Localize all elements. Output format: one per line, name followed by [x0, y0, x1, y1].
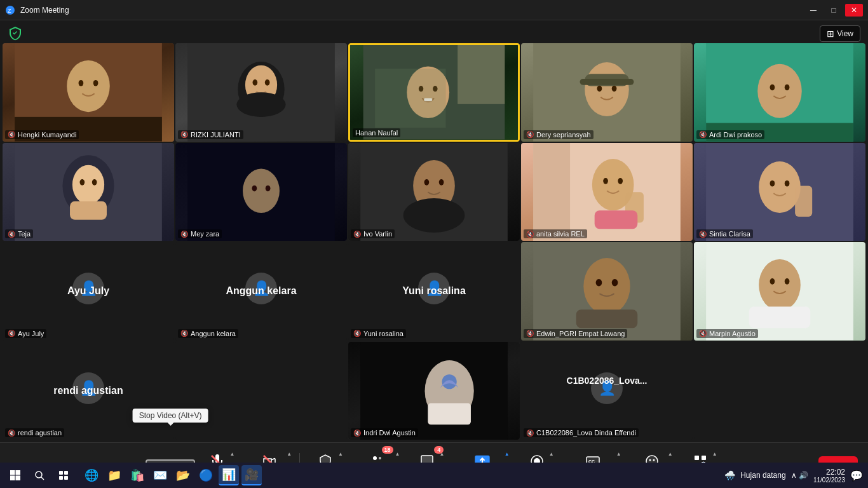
- titlebar: Z Zoom Meeting ─ □ ✕: [0, 0, 868, 20]
- participant-cell-8[interactable]: 🔇 Ivo Varlin: [348, 143, 520, 241]
- mic-muted-icon-14: 🔇: [526, 330, 534, 337]
- svg-rect-95: [59, 476, 63, 480]
- taskbar-search-button[interactable]: [29, 465, 50, 485]
- captions-chevron-icon: ▲: [616, 451, 621, 457]
- participant-name-center-16: rendi agustian: [53, 385, 123, 396]
- participant-cell-10[interactable]: 🔇 Sintia Clarisa: [694, 143, 865, 241]
- svg-point-59: [583, 258, 630, 315]
- participant-name-3: Hanan Naufal: [353, 128, 400, 137]
- mic-muted-icon-17: 🔇: [353, 430, 361, 437]
- svg-line-92: [41, 477, 44, 480]
- taskbar-system-tray: 🌧️ Hujan datang ∧ 🔊 22:02 11/02/2023 💬: [719, 468, 868, 484]
- mic-muted-icon-4: 🔇: [526, 131, 534, 138]
- participant-cell-3[interactable]: Hanan Naufal: [348, 43, 520, 142]
- taskbar-store-icon[interactable]: 🛍️: [127, 465, 147, 485]
- svg-rect-62: [576, 309, 638, 328]
- participant-name-4: 🔇 Dery sepriansyah: [524, 130, 593, 139]
- participant-cell-6[interactable]: 🔇 Teja: [3, 143, 174, 241]
- video-chevron-icon: ▲: [287, 451, 292, 457]
- participant-name-16: 🔇 rendi agustian: [5, 428, 64, 437]
- maximize-button[interactable]: □: [825, 4, 843, 17]
- minimize-button[interactable]: ─: [804, 4, 822, 17]
- windows-start-button[interactable]: [5, 465, 25, 485]
- participant-cell-11[interactable]: 👤 Ayu July 🔇 Ayu July: [3, 242, 174, 341]
- taskbar-mail-icon[interactable]: ✉️: [150, 465, 170, 485]
- mic-muted-icon-16: 🔇: [8, 430, 15, 437]
- windows-taskbar: 🌐 📁 🛍️ ✉️ 📂 🔵 📊 🎥 🌧️ Hujan datang ∧ 🔊 22…: [0, 463, 868, 488]
- svg-point-54: [759, 161, 801, 212]
- share-screen-chevron-icon: ▲: [505, 451, 510, 457]
- svg-point-25: [612, 86, 617, 92]
- svg-point-65: [770, 278, 775, 285]
- svg-point-38: [243, 168, 280, 213]
- view-button[interactable]: ⊞ View: [820, 25, 860, 42]
- participant-cell-18[interactable]: 👤 C1B022086_Lova... 🔇 C1B022086_Lova Din…: [521, 342, 693, 440]
- titlebar-controls: ─ □ ✕: [804, 4, 863, 17]
- participant-cell-16[interactable]: 👤 rendi agustian 🔇 rendi agustian: [3, 342, 174, 440]
- svg-point-61: [612, 279, 618, 287]
- participant-cell-2[interactable]: 🔇 RIZKI JULIANTI: [175, 43, 347, 142]
- participant-cell-1[interactable]: 🔇 Hengki Kumayandi: [3, 43, 174, 142]
- mic-muted-icon-5: 🔇: [699, 131, 707, 138]
- titlebar-left: Z Zoom Meeting: [5, 5, 69, 15]
- participant-cell-5[interactable]: 🔇 Ardi Dwi prakoso: [694, 43, 865, 142]
- zoom-shield-icon[interactable]: [8, 25, 23, 43]
- taskbar-apps-area: 🌐 📁 🛍️ ✉️ 📂 🔵 📊 🎥: [79, 465, 719, 485]
- svg-rect-71: [428, 403, 471, 424]
- weather-label: Hujan datang: [740, 471, 785, 480]
- taskbar-powerpoint-icon[interactable]: 📊: [219, 465, 239, 485]
- svg-point-5: [93, 80, 98, 86]
- svg-point-35: [79, 179, 85, 185]
- notification-icon[interactable]: 💬: [850, 470, 863, 482]
- taskbar-task-view-button[interactable]: [53, 465, 74, 485]
- participant-cell-4[interactable]: 🔇 Dery sepriansyah: [521, 43, 693, 142]
- close-button[interactable]: ✕: [845, 4, 863, 17]
- mic-muted-icon-6: 🔇: [8, 231, 15, 238]
- participant-name-14: 🔇 Edwin_PGRI Empat Lawang: [524, 329, 627, 338]
- mic-muted-icon-12: 🔇: [180, 330, 188, 337]
- participant-name-18: 🔇 C1B022086_Lova Dinda Effendi: [524, 428, 639, 437]
- participant-name-6: 🔇 Teja: [5, 229, 33, 238]
- record-chevron-icon: ▲: [549, 451, 554, 457]
- svg-point-39: [252, 185, 257, 191]
- participant-name-17: 🔇 Indri Dwi Agustin: [351, 428, 418, 437]
- participant-cell-7[interactable]: 🔇 Mey zara: [175, 143, 347, 241]
- participant-cell-12[interactable]: 👤 Anggun kelara 🔇 Anggun kelara: [175, 242, 347, 341]
- svg-rect-14: [458, 45, 505, 104]
- participant-name-5: 🔇 Ardi Dwi prakoso: [696, 130, 764, 139]
- video-grid: 🔇 Hengki Kumayandi 🔇 RIZKI JUL: [0, 41, 868, 442]
- svg-point-10: [252, 79, 257, 86]
- taskbar-chrome-icon[interactable]: 🔵: [196, 465, 216, 485]
- taskbar-zoom-icon[interactable]: 🎥: [241, 465, 262, 485]
- participant-cell-9[interactable]: 🔇 anita silvia REL: [521, 143, 693, 241]
- svg-point-4: [79, 80, 84, 86]
- participant-cell-17[interactable]: 🔇 Indri Dwi Agustin: [348, 342, 520, 440]
- apps-chevron-icon: ▲: [712, 451, 717, 457]
- svg-point-12: [236, 92, 285, 117]
- svg-point-77: [379, 457, 381, 459]
- taskbar-start-area: [0, 465, 79, 485]
- svg-point-45: [403, 198, 465, 232]
- participant-name-1: 🔇 Hengki Kumayandi: [5, 130, 79, 139]
- participant-name-7: 🔇 Mey zara: [178, 229, 222, 238]
- mic-muted-icon-7: 🔇: [180, 231, 188, 238]
- participant-cell-15[interactable]: 🔇 Marpin Agustio: [694, 242, 865, 341]
- svg-point-11: [265, 79, 270, 86]
- zoom-logo-icon: Z: [5, 5, 15, 15]
- svg-point-91: [36, 471, 42, 478]
- taskbar-folder-icon[interactable]: 📁: [104, 465, 125, 485]
- participant-name-11: 🔇 Ayu July: [5, 329, 46, 338]
- svg-point-40: [266, 185, 271, 191]
- mic-muted-icon-9: 🔇: [526, 231, 534, 238]
- participant-name-center-13: Yuni rosalina: [402, 285, 466, 297]
- taskbar-explorer-icon[interactable]: 📂: [173, 465, 193, 485]
- svg-point-24: [597, 86, 602, 92]
- mic-muted-icon-13: 🔇: [353, 330, 361, 337]
- participant-name-12: 🔇 Anggun kelara: [178, 329, 238, 338]
- time-display: 22:02: [813, 468, 845, 477]
- participant-cell-empty-20: [694, 342, 865, 440]
- participant-cell-13[interactable]: 👤 Yuni rosalina 🔇 Yuni rosalina: [348, 242, 520, 341]
- participant-cell-14[interactable]: 🔇 Edwin_PGRI Empat Lawang: [521, 242, 693, 341]
- participant-name-10: 🔇 Sintia Clarisa: [696, 229, 753, 238]
- taskbar-edge-icon[interactable]: 🌐: [81, 465, 102, 485]
